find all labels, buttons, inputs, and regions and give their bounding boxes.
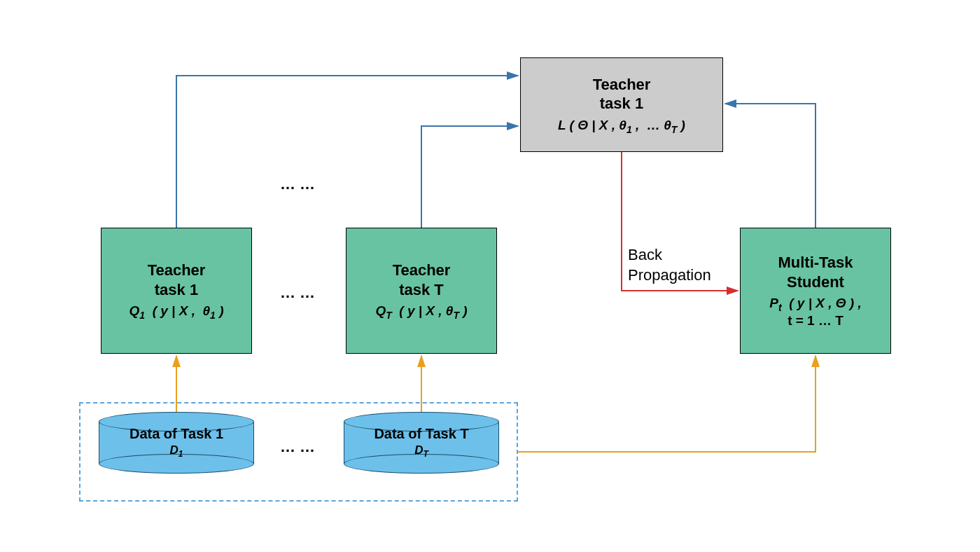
loss-function-box: Teachertask 1 L ( Θ | X , θ1 , … θT ) [520, 57, 723, 152]
data-1-sub: D1 [170, 443, 183, 459]
teacher-1-title: Teachertask 1 [148, 261, 206, 299]
data-1-cylinder: Data of Task 1 D1 [99, 412, 254, 474]
loss-formula: L ( Θ | X , θ1 , … θT ) [558, 118, 685, 135]
arrow-data-to-student [518, 356, 816, 452]
teacher-T-formula: QT ( y | X , θT ) [375, 303, 467, 321]
ellipsis-upper: … … [280, 175, 315, 193]
data-T-sub: DT [414, 443, 428, 459]
arrow-teacherT-to-loss [421, 126, 518, 228]
teacher-T-title: Teachertask T [393, 261, 451, 299]
data-T-label: Data of Task T [374, 426, 468, 442]
ellipsis-middle: … … [280, 284, 315, 302]
loss-title: Teachertask 1 [593, 75, 651, 113]
student-formula: Pt ( y | X , Θ ) ,t = 1 … T [769, 296, 861, 329]
arrow-teacher1-to-loss [176, 76, 518, 228]
teacher-T-box: Teachertask T QT ( y | X , θT ) [346, 228, 497, 354]
student-box: Multi-TaskStudent Pt ( y | X , Θ ) ,t = … [740, 228, 891, 354]
student-title: Multi-TaskStudent [778, 253, 853, 291]
data-T-cylinder: Data of Task T DT [344, 412, 499, 474]
arrow-student-to-loss [725, 104, 816, 228]
backprop-label: BackPropagation [628, 245, 711, 285]
data-1-label: Data of Task 1 [130, 426, 223, 442]
teacher-1-box: Teachertask 1 Q1 ( y | X , θ1 ) [101, 228, 252, 354]
teacher-1-formula: Q1 ( y | X , θ1 ) [130, 303, 224, 321]
